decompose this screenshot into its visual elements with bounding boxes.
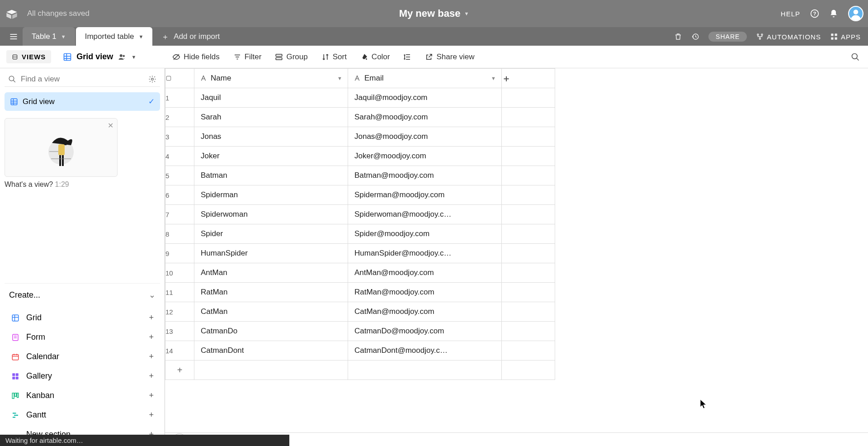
table-row[interactable]: 4JokerJoker@moodjoy.com [165, 147, 555, 166]
viewtype-calendar[interactable]: Calendar + [6, 347, 158, 366]
cell-email[interactable]: Sarah@moodjoy.com [348, 108, 502, 127]
cell-empty[interactable] [502, 166, 555, 185]
group-button[interactable]: Group [272, 51, 310, 63]
add-column-button[interactable]: ＋ [502, 69, 555, 88]
cell-empty[interactable] [502, 341, 555, 361]
hide-fields-button[interactable]: Hide fields [170, 51, 222, 63]
cell-name[interactable]: CatMan [194, 302, 348, 322]
table-row[interactable]: 6SpidermanSpiderman@moodjoy.com [165, 185, 555, 205]
table-row[interactable]: 11RatManRatMan@moodjoy.com [165, 283, 555, 302]
table-row[interactable]: 5BatmanBatman@moodjoy.com [165, 166, 555, 185]
cell-email[interactable]: CatmanDont@moodjoy.c… [348, 341, 502, 361]
sort-button[interactable]: Sort [319, 51, 349, 63]
row-number[interactable]: 9 [165, 244, 194, 263]
search-icon[interactable] [849, 51, 862, 63]
cell-empty[interactable] [502, 244, 555, 263]
find-view-input[interactable] [21, 75, 144, 84]
cell-email[interactable]: Batman@moodjoy.com [348, 166, 502, 185]
plus-icon[interactable]: + [149, 410, 154, 420]
cell-empty[interactable] [502, 147, 555, 166]
cell-email[interactable]: HumanSpider@moodjoy.c… [348, 244, 502, 263]
column-dropdown-icon[interactable]: ▼ [491, 76, 496, 81]
column-header-email[interactable]: Email ▼ [348, 69, 502, 88]
cell-name[interactable]: AntMan [194, 263, 348, 283]
sidebar-view-grid[interactable]: Grid view ✓ [5, 92, 160, 111]
create-view-toggle[interactable]: Create... ⌄ [5, 283, 160, 306]
cell-email[interactable]: AntMan@moodjoy.com [348, 263, 502, 283]
trash-icon[interactable] [674, 33, 682, 41]
help-icon[interactable]: ? [810, 9, 819, 18]
cell-email[interactable]: Spiderwoman@moodjoy.c… [348, 205, 502, 224]
table-row[interactable]: 13CatmanDoCatmanDo@moodjoy.com [165, 322, 555, 341]
base-title[interactable]: My new base [399, 8, 461, 19]
help-link[interactable]: HELP [781, 10, 800, 18]
viewtype-gantt[interactable]: Gantt + [6, 405, 158, 425]
cell-empty[interactable] [502, 322, 555, 341]
share-view-button[interactable]: Share view [422, 51, 477, 63]
tab-table-1[interactable]: Table 1 ▼ [23, 27, 75, 46]
cell-name[interactable]: Sarah [194, 108, 348, 127]
share-button[interactable]: SHARE [708, 32, 747, 42]
views-toggle-button[interactable]: VIEWS [6, 50, 51, 63]
table-row[interactable]: 1JaquilJaquil@moodjoy.com [165, 88, 555, 108]
cell-email[interactable]: RatMan@moodjoy.com [348, 283, 502, 302]
cell-email[interactable]: Spider@moodjoy.com [348, 224, 502, 244]
plus-icon[interactable]: + [149, 313, 154, 323]
cell-empty[interactable] [502, 185, 555, 205]
viewtype-kanban[interactable]: Kanban + [6, 386, 158, 405]
cell-empty[interactable] [502, 108, 555, 127]
table-row[interactable]: 14CatmanDontCatmanDont@moodjoy.c… [165, 341, 555, 361]
base-dropdown-icon[interactable]: ▼ [464, 11, 469, 16]
automations-button[interactable]: AUTOMATIONS [756, 33, 821, 41]
cell-empty[interactable] [502, 263, 555, 283]
cell-name[interactable]: CatmanDont [194, 341, 348, 361]
cell-email[interactable]: Jaquil@moodjoy.com [348, 88, 502, 108]
column-header-name[interactable]: Name ▼ [194, 69, 348, 88]
cell-email[interactable]: CatmanDo@moodjoy.com [348, 322, 502, 341]
cell-name[interactable]: Jaquil [194, 88, 348, 108]
gear-icon[interactable] [148, 75, 156, 83]
tab-dropdown-icon[interactable]: ▼ [138, 34, 143, 39]
cell-name[interactable]: Spider [194, 224, 348, 244]
cell-empty[interactable] [502, 224, 555, 244]
cell-empty[interactable] [502, 205, 555, 224]
viewtype-gallery[interactable]: Gallery + [6, 366, 158, 386]
row-number[interactable]: 8 [165, 224, 194, 244]
cell-email[interactable]: CatMan@moodjoy.com [348, 302, 502, 322]
cell-name[interactable]: HumanSpider [194, 244, 348, 263]
row-number[interactable]: 13 [165, 322, 194, 341]
view-dropdown-icon[interactable]: ▼ [131, 54, 136, 60]
row-number[interactable]: 4 [165, 147, 194, 166]
apps-button[interactable]: APPS [830, 33, 861, 41]
row-number[interactable]: 3 [165, 127, 194, 147]
row-number[interactable]: 14 [165, 341, 194, 361]
cell-name[interactable]: Jonas [194, 127, 348, 147]
row-number[interactable]: 5 [165, 166, 194, 185]
plus-icon[interactable]: + [149, 371, 154, 381]
cell-empty[interactable] [502, 302, 555, 322]
plus-icon[interactable]: + [149, 332, 154, 342]
user-avatar[interactable] [848, 6, 863, 21]
cell-empty[interactable] [502, 283, 555, 302]
cell-name[interactable]: Spiderwoman [194, 205, 348, 224]
select-all-header[interactable] [165, 69, 194, 88]
cell-name[interactable]: RatMan [194, 283, 348, 302]
row-number[interactable]: 11 [165, 283, 194, 302]
row-number[interactable]: 2 [165, 108, 194, 127]
table-row[interactable]: 3JonasJonas@moodjoy.com [165, 127, 555, 147]
row-number[interactable]: 10 [165, 263, 194, 283]
history-icon[interactable] [691, 33, 699, 41]
viewtype-form[interactable]: Form + [6, 327, 158, 347]
table-row[interactable]: 10AntManAntMan@moodjoy.com [165, 263, 555, 283]
tab-imported-table[interactable]: Imported table ▼ [76, 27, 153, 46]
cell-email[interactable]: Spiderman@moodjoy.com [348, 185, 502, 205]
close-icon[interactable]: ✕ [108, 121, 113, 130]
table-row[interactable]: 7SpiderwomanSpiderwoman@moodjoy.c… [165, 205, 555, 224]
viewtype-grid[interactable]: Grid + [6, 308, 158, 327]
table-row[interactable]: 12CatManCatMan@moodjoy.com [165, 302, 555, 322]
cell-email[interactable]: Joker@moodjoy.com [348, 147, 502, 166]
row-number[interactable]: 6 [165, 185, 194, 205]
table-row[interactable]: 2SarahSarah@moodjoy.com [165, 108, 555, 127]
menu-icon[interactable] [5, 28, 23, 46]
cell-name[interactable]: CatmanDo [194, 322, 348, 341]
